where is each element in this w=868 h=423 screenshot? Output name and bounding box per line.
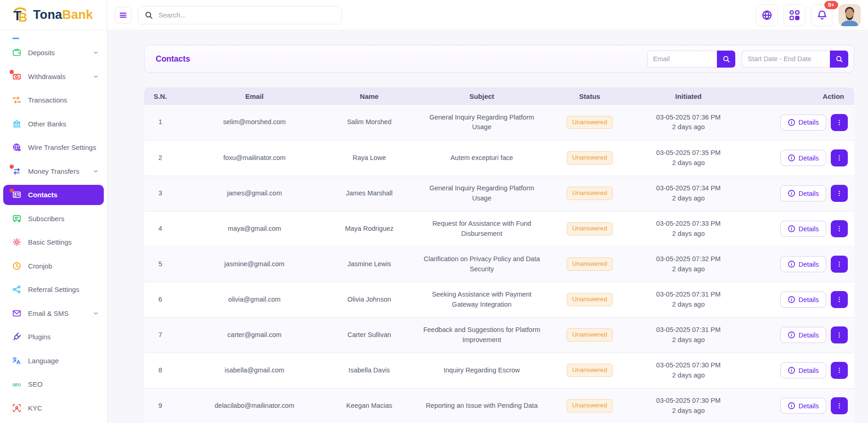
- transfer-icon: [12, 166, 21, 176]
- kebab-icon: [836, 296, 843, 303]
- details-label: Details: [799, 402, 819, 410]
- table-row: 7carter@gmail.comCarter SullivanFeedback…: [144, 317, 854, 353]
- details-button[interactable]: Details: [780, 327, 826, 343]
- cell-subject: Feedback and Suggestions for Platform Im…: [406, 317, 558, 353]
- row-menu-button[interactable]: [831, 220, 848, 237]
- sidebar-item-label: Contacts: [28, 191, 57, 199]
- row-menu-button[interactable]: [831, 114, 848, 131]
- date-range-input[interactable]: [742, 51, 830, 68]
- apps-grid-button[interactable]: [783, 4, 806, 26]
- cell-name: Isabella Davis: [333, 353, 406, 388]
- hamburger-menu-icon: [119, 11, 127, 19]
- brand-logo[interactable]: B T TonaBank: [0, 0, 107, 30]
- global-search-input[interactable]: [158, 11, 335, 19]
- details-button[interactable]: Details: [780, 398, 826, 414]
- details-button[interactable]: Details: [780, 150, 826, 166]
- notifications-button[interactable]: 9+: [811, 4, 833, 26]
- details-label: Details: [799, 367, 819, 374]
- sidebar-item-subscribers[interactable]: Subscribers: [3, 208, 104, 229]
- details-button[interactable]: Details: [780, 362, 826, 378]
- sidebar-item-other-banks[interactable]: Other Banks: [3, 114, 104, 134]
- initiated-relative: 2 days ago: [626, 122, 750, 132]
- sidebar-item-money-transfers[interactable]: Money Transfers: [3, 161, 104, 181]
- initiated-date: 03-05-2025 07:33 PM: [626, 219, 750, 229]
- email-filter-input[interactable]: [647, 51, 717, 68]
- sidebar-item-kyc[interactable]: KYC: [3, 398, 104, 418]
- details-label: Details: [799, 154, 819, 162]
- initiated-relative: 2 days ago: [626, 406, 750, 416]
- row-menu-button[interactable]: [831, 149, 848, 166]
- sidebar-item-language[interactable]: Language: [3, 350, 104, 371]
- table-row: 3james@gmail.comJames MarshallGeneral In…: [144, 176, 854, 211]
- status-badge: Unanswered: [567, 293, 613, 306]
- cell-email: isabella@gmail.com: [176, 353, 333, 388]
- cell-name: Salim Morshed: [333, 105, 406, 140]
- row-menu-button[interactable]: [831, 291, 848, 308]
- cell-status: Unanswered: [558, 353, 622, 388]
- sidebar-item-seo[interactable]: SEOSEO: [3, 374, 104, 394]
- sidebar-item-deposits[interactable]: Deposits: [3, 43, 104, 63]
- sidebar-item-transactions[interactable]: Transactions: [3, 90, 104, 110]
- sidebar-item-contacts[interactable]: Contacts: [3, 185, 104, 205]
- details-button[interactable]: Details: [780, 185, 826, 201]
- bell-icon: [817, 10, 828, 21]
- details-button[interactable]: Details: [780, 256, 826, 272]
- details-button[interactable]: Details: [780, 114, 826, 131]
- user-avatar[interactable]: [839, 4, 861, 26]
- sidebar: DepositsWithdrawalsTransactionsOther Ban…: [0, 30, 107, 423]
- table-row: 2foxu@mailinator.comRaya LoweAutem excep…: [144, 140, 854, 176]
- row-menu-button[interactable]: [831, 185, 848, 202]
- cell-action: Details: [755, 388, 854, 423]
- sidebar-item-email-sms[interactable]: Email & SMS: [3, 303, 104, 323]
- kebab-icon: [836, 154, 843, 161]
- cell-initiated: 03-05-2025 07:32 PM2 days ago: [622, 246, 755, 282]
- sidebar-item-plugins[interactable]: Plugins: [3, 327, 104, 347]
- status-badge: Unanswered: [567, 151, 613, 164]
- sidebar-item-label: Cronjob: [28, 262, 52, 270]
- sidebar-item-wire-transfer-settings[interactable]: Wire Transfer Settings: [3, 137, 104, 158]
- global-search: [138, 6, 342, 24]
- date-filter-search-button[interactable]: [830, 51, 848, 68]
- details-button[interactable]: Details: [780, 221, 826, 237]
- cell-sn: 8: [144, 353, 176, 388]
- row-menu-button[interactable]: [831, 362, 848, 379]
- search-icon: [835, 55, 843, 63]
- sidebar-item-basic-settings[interactable]: Basic Settings: [3, 232, 104, 252]
- details-button[interactable]: Details: [780, 292, 826, 308]
- cell-status: Unanswered: [558, 282, 622, 317]
- kebab-icon: [836, 190, 843, 197]
- cell-initiated: 03-05-2025 07:30 PM2 days ago: [622, 353, 755, 388]
- sidebar-item-withdrawals[interactable]: Withdrawals: [3, 66, 104, 86]
- status-badge: Unanswered: [567, 399, 613, 412]
- cell-sn: 4: [144, 211, 176, 246]
- row-menu-button[interactable]: [831, 397, 848, 414]
- plug-icon: [12, 332, 21, 342]
- language-globe-button[interactable]: [756, 4, 778, 26]
- email-filter: [647, 51, 735, 68]
- sidebar-toggle-button[interactable]: [115, 7, 131, 23]
- sidebar-item-label: Language: [28, 357, 59, 365]
- cell-email: selim@morshed.com: [176, 105, 333, 140]
- status-badge: Unanswered: [567, 116, 613, 129]
- cell-email: delacilabo@mailinator.com: [176, 388, 333, 423]
- bank-icon: [12, 119, 21, 128]
- cell-status: Unanswered: [558, 105, 622, 140]
- details-label: Details: [799, 332, 819, 339]
- cell-status: Unanswered: [558, 388, 622, 423]
- column-header-email: Email: [176, 87, 333, 105]
- cell-action: Details: [755, 317, 854, 353]
- row-menu-button[interactable]: [831, 256, 848, 273]
- cell-initiated: 03-05-2025 07:34 PM2 days ago: [622, 176, 755, 211]
- sidebar-item-referral-settings[interactable]: Referral Settings: [3, 280, 104, 300]
- row-menu-button[interactable]: [831, 326, 848, 343]
- email-filter-search-button[interactable]: [717, 51, 735, 68]
- cell-subject: Reporting an Issue with Pending Data: [406, 388, 558, 423]
- money-out-icon: [12, 72, 21, 81]
- transactions-icon: [12, 96, 21, 105]
- sidebar-item-cronjob[interactable]: Cronjob: [3, 256, 104, 276]
- chevron-down-icon: [93, 50, 98, 55]
- cell-subject: Request for Assistance with Fund Disburs…: [406, 211, 558, 246]
- cell-initiated: 03-05-2025 07:33 PM2 days ago: [622, 211, 755, 246]
- table-row: 4maya@gmail.comMaya RodriguezRequest for…: [144, 211, 854, 246]
- tonabank-logo-icon: B T: [11, 6, 29, 24]
